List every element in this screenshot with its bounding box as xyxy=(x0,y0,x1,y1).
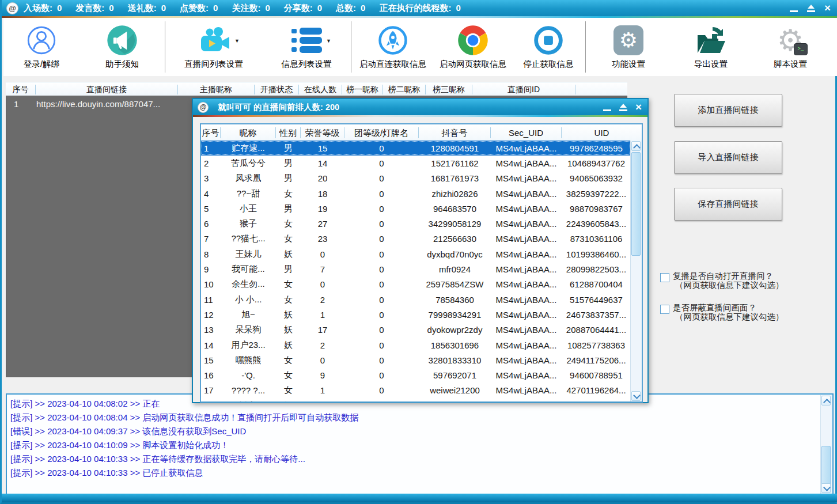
viewer-cell: 2 xyxy=(301,340,344,350)
viewer-cell: 2 xyxy=(301,295,344,305)
table-row[interactable]: 9我可能...男70mfr0924MS4wLjABAA...2809982250… xyxy=(201,262,631,276)
stat-label: 正在执行的线程数: xyxy=(379,3,451,14)
viewer-cell: dyokowpr2zdy xyxy=(419,325,491,335)
table-row[interactable]: 15嘿熊熊女0032801833310MS4wLjABAA...24941175… xyxy=(201,353,631,367)
table-row[interactable]: 12旭~妖1079998934291MS4wLjABAA...246738373… xyxy=(201,307,631,322)
table-row[interactable]: 18小溪...妖30...MS4wLjABAA...... xyxy=(201,398,631,401)
toolbar-item-label: 停止获取信息 xyxy=(524,59,574,70)
viewer-cell: MS4wLjABAA... xyxy=(491,370,562,380)
start-web-fetch-button[interactable]: 启动网页获取信息 xyxy=(434,18,512,76)
table-row[interactable]: 5小王男190964683570MS4wLjABAA...98870983767 xyxy=(201,201,631,216)
viewer-cell: 8 xyxy=(201,249,221,259)
scroll-down-icon[interactable] xyxy=(821,483,831,493)
table-row[interactable]: 3凤求凰男2001681761973MS4wLjABAA...940650639… xyxy=(201,171,631,186)
toolbar-item-label: 启动直连获取信息 xyxy=(359,59,426,70)
table-row[interactable]: 1贮存逮...男1501280804591MS4wLjABAA...997862… xyxy=(201,141,631,156)
dialog-maximize-button[interactable] xyxy=(619,104,627,111)
helper-notice-button[interactable]: 助手须知 xyxy=(79,18,165,76)
stop-fetch-button[interactable]: 停止获取信息 xyxy=(512,18,585,76)
log-line: [错误] >> 2023-04-10 04:09:37 >> 该信息没有获取到S… xyxy=(10,425,819,438)
viewer-cell: 妖 xyxy=(276,249,301,260)
log-scrollbar[interactable] xyxy=(820,395,832,494)
viewer-cell: 0 xyxy=(344,234,419,244)
viewer-cell: 16 xyxy=(201,370,221,380)
viewer-cell: 18 xyxy=(201,401,221,401)
dialog-minimize-button[interactable] xyxy=(603,104,611,111)
table-row[interactable]: 8王妹儿妖00dyxbqd70n0ycMS4wLjABAA...10199386… xyxy=(201,247,631,262)
viewer-cell: 嘿熊熊 xyxy=(221,355,276,366)
scroll-up-icon[interactable] xyxy=(821,396,831,406)
login-unbind-button[interactable]: 登录/解绑 xyxy=(3,18,79,76)
stat-label: 点赞数: xyxy=(180,3,209,14)
viewer-scroll-thumb[interactable] xyxy=(631,152,641,256)
list-icon: ▼ xyxy=(291,23,322,58)
table-row[interactable]: 2苦瓜兮兮男1401521761162MS4wLjABAA...10468943… xyxy=(201,156,631,170)
viewer-cell: 14 xyxy=(201,340,221,350)
log-line: [提示] >> 2023-04-10 04:10:09 >> 脚本设置初始化成功… xyxy=(10,438,819,452)
checkbox-hide-room-screen[interactable]: 是否屏蔽直播间画面？（网页获取信息下建议勾选） xyxy=(660,303,784,321)
viewer-cell: 0 xyxy=(344,295,419,305)
import-room-link-button[interactable]: 导入直播间链接 xyxy=(674,141,782,174)
table-row[interactable]: 13呆呆狗妖170dyokowpr2zdyMS4wLjABAA...208870… xyxy=(201,323,631,338)
checkbox-icon[interactable] xyxy=(660,305,669,314)
viewer-table-scrollbar[interactable] xyxy=(630,141,642,401)
dialog-close-button[interactable]: × xyxy=(635,103,642,112)
checkbox-label-line1: 复播是否自动打开直播间？ xyxy=(673,271,784,281)
table-row[interactable]: 10余生勿...女0025975854ZSWMS4wLjABAA...61288… xyxy=(201,277,631,292)
add-room-link-button[interactable]: 添加直播间链接 xyxy=(674,94,782,127)
viewer-cell: weiwei21200 xyxy=(419,385,491,395)
minimize-button[interactable] xyxy=(790,5,798,12)
viewer-cell: zhizhi02826 xyxy=(419,189,491,199)
checkbox-icon[interactable] xyxy=(660,273,669,282)
start-direct-fetch-button[interactable]: 启动直连获取信息 xyxy=(351,18,434,76)
viewer-cell: MS4wLjABAA... xyxy=(491,204,562,214)
table-row[interactable]: 7??猫七...女230212566630MS4wLjABAA...873103… xyxy=(201,232,631,247)
table-row[interactable]: 16-'Q.女90597692071MS4wLjABAA...946007889… xyxy=(201,367,631,382)
viewer-cell: 小王 xyxy=(221,203,276,214)
viewer-cell: 猴子 xyxy=(221,218,276,229)
table-row[interactable]: 6猴子女27034299058129MS4wLjABAA...224396058… xyxy=(201,216,631,231)
viewer-cell: MS4wLjABAA... xyxy=(491,158,562,168)
export-settings-button[interactable]: 导出设置 xyxy=(671,18,751,76)
viewer-cell: 28099822503... xyxy=(562,264,631,274)
chevron-down-icon[interactable]: ▼ xyxy=(234,38,240,44)
viewer-cell: 1280804591 xyxy=(419,143,491,153)
room-list-settings-button[interactable]: ▼直播间列表设置 xyxy=(165,18,262,76)
viewer-cell: 61288700404 xyxy=(562,279,631,289)
viewer-cell: 0 xyxy=(344,158,419,168)
window-controls: × xyxy=(790,3,831,13)
viewer-cell: 9 xyxy=(301,370,344,380)
viewer-cell: MS4wLjABAA... xyxy=(491,310,562,320)
rooms-header-empty xyxy=(575,85,627,94)
viewer-cell: 212566630 xyxy=(419,234,491,244)
chevron-down-icon[interactable]: ▼ xyxy=(326,38,331,44)
viewer-cell: 男 xyxy=(276,158,301,169)
viewer-cell: MS4wLjABAA... xyxy=(491,385,562,395)
viewer-cell: 964683570 xyxy=(419,204,491,214)
info-list-settings-button[interactable]: ▼信息列表设置 xyxy=(262,18,351,76)
table-row[interactable]: 4??~甜女180zhizhi02826MS4wLjABAA...3825939… xyxy=(201,186,631,201)
scroll-down-icon[interactable] xyxy=(631,391,641,401)
script-settings-button[interactable]: ⚙>_脚本设置 xyxy=(751,18,830,76)
stat-value: 0 xyxy=(456,3,460,14)
viewer-cell: 男 xyxy=(276,203,301,214)
viewer-cell: ??~甜 xyxy=(221,188,276,199)
function-settings-button[interactable]: ⚙功能设置 xyxy=(586,18,671,76)
rooms-col-header-3: 开播状态 xyxy=(255,85,299,94)
table-row[interactable]: 14用户23...妖201856301696MS4wLjABAA...10825… xyxy=(201,338,631,353)
log-scroll-thumb[interactable] xyxy=(821,446,831,486)
checkbox-auto-open-room[interactable]: 复播是否自动打开直播间？（网页获取信息下建议勾选） xyxy=(660,271,784,290)
viewer-cell: mfr0924 xyxy=(419,264,491,274)
log-panel: [提示] >> 2023-04-10 04:08:02 >> 正在[提示] >>… xyxy=(6,393,834,495)
viewer-table-rows: 1贮存逮...男1501280804591MS4wLjABAA...997862… xyxy=(201,141,631,401)
table-row[interactable]: 17???? ?...女10weiwei21200MS4wLjABAA...42… xyxy=(201,383,631,398)
close-button[interactable]: × xyxy=(824,3,831,13)
stat-0: 入场数:0 xyxy=(24,3,62,14)
table-row[interactable]: 11小 小...女2078584360MS4wLjABAA...51576449… xyxy=(201,292,631,307)
maximize-button[interactable] xyxy=(807,5,815,12)
viewer-cell: MS4wLjABAA... xyxy=(491,173,562,183)
scroll-up-icon[interactable] xyxy=(631,141,641,151)
save-room-link-button[interactable]: 保存直播间链接 xyxy=(674,188,782,221)
bottom-status-bar xyxy=(2,494,837,502)
stat-1: 发言数:0 xyxy=(75,3,113,14)
